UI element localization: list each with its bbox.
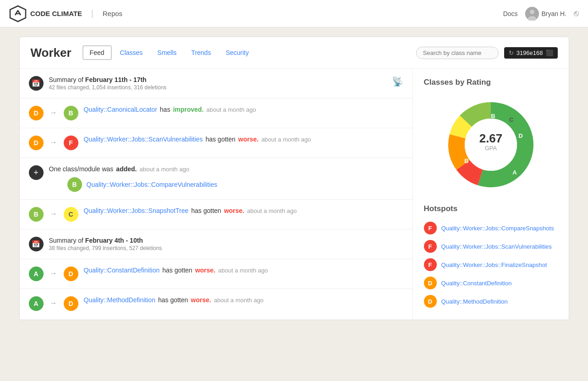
worse-label-1: worse.	[238, 136, 258, 143]
arrow-icon-4: →	[50, 269, 57, 278]
summary-prefix: Summary of	[49, 76, 85, 83]
signout-icon[interactable]: ⎋	[574, 9, 579, 18]
svg-text:C: C	[509, 116, 514, 123]
from-grade-d-2: D	[29, 136, 44, 150]
from-grade-b: B	[29, 207, 44, 222]
to-grade-d-1: D	[64, 267, 78, 281]
feed-item-constant-def: A → D Quality::ConstantDefinition has go…	[20, 259, 412, 289]
hotspot-grade-f-2: F	[424, 240, 437, 253]
rss-icon[interactable]: 📡	[392, 76, 403, 87]
class-link-scan-vuln[interactable]: Quality::Worker::Jobs::ScanVulnerabiliti…	[84, 136, 203, 143]
tab-classes[interactable]: Classes	[114, 46, 149, 59]
feed-item-scan-vuln: D → F Quality::Worker::Jobs::ScanVulnera…	[20, 128, 412, 158]
repos-link[interactable]: Repos	[103, 10, 122, 17]
svg-point-2	[530, 10, 534, 14]
to-grade-d-2: D	[64, 296, 78, 311]
time-ago-2: about a month ago	[261, 136, 311, 143]
hotspot-item-1: F Quality::Worker::Jobs::CompareSnapshot…	[424, 219, 558, 237]
has-text: has	[160, 106, 170, 113]
has-gotten-3: has gotten	[162, 267, 192, 274]
tab-security[interactable]: Security	[219, 46, 255, 59]
from-grade-d: D	[29, 106, 44, 120]
feed-item-summary-1: 📅 Summary of February 11th - 17th 42 fil…	[20, 69, 412, 98]
added-bold: added.	[116, 165, 137, 173]
svg-text:D: D	[518, 132, 522, 139]
one-class-text: One class/module was	[49, 165, 114, 173]
summary-date-1: February 11th - 17th	[85, 76, 147, 83]
user-label: Bryan H.	[542, 10, 566, 17]
summary-title-2: Summary of February 4th - 10th	[49, 237, 403, 244]
hotspot-item-3: F Quality::Worker::Jobs::FinalizeSnapsho…	[424, 256, 558, 274]
time-ago-6: about a month ago	[214, 297, 264, 304]
has-gotten-4: has gotten	[158, 296, 188, 304]
feed-section: 📅 Summary of February 11th - 17th 42 fil…	[20, 69, 413, 320]
feed-item-summary-2: 📅 Summary of February 4th - 10th 38 file…	[20, 229, 412, 259]
commit-hash: 3196e168	[517, 49, 543, 56]
feed-summary-content-2: Summary of February 4th - 10th 38 files …	[49, 237, 403, 251]
refresh-icon: ↻	[509, 49, 514, 56]
commit-badge-icon: ⬛	[546, 49, 553, 56]
worse-label-3: worse.	[195, 267, 215, 274]
hotspot-link-2[interactable]: Quality::Worker::Jobs::ScanVulnerabiliti…	[441, 243, 552, 250]
docs-link[interactable]: Docs	[503, 10, 518, 17]
summary-prefix-2: Summary of	[49, 237, 85, 244]
svg-text:2.67: 2.67	[479, 131, 502, 145]
feed-summary-content: Summary of February 11th - 17th 42 files…	[49, 76, 386, 91]
hotspot-grade-f-3: F	[424, 258, 437, 271]
svg-text:A: A	[512, 169, 517, 176]
repo-header: Worker Feed Classes Smells Trends Securi…	[20, 37, 569, 69]
svg-text:GPA: GPA	[484, 145, 497, 152]
child-grade-b: B	[67, 177, 82, 192]
class-link-snapshot-tree[interactable]: Quality::Worker::Jobs::SnapshotTree	[84, 207, 189, 214]
to-grade-b: B	[64, 106, 78, 120]
worse-label-2: worse.	[224, 207, 244, 214]
top-navigation: CODE CLIMATE | Repos Docs Bryan H. ⎋	[0, 0, 588, 27]
added-child-row: B Quality::Worker::Jobs::CompareVulnerab…	[49, 177, 403, 192]
repo-card: Worker Feed Classes Smells Trends Securi…	[19, 37, 569, 320]
tab-feed[interactable]: Feed	[82, 45, 112, 60]
summary-stats-2: 38 files changed, 799 insertions, 527 de…	[49, 245, 403, 251]
feed-row-content-3: Quality::Worker::Jobs::SnapshotTree has …	[84, 207, 403, 214]
class-link-compare-vuln[interactable]: Quality::Worker::Jobs::CompareVulnerabil…	[87, 181, 218, 188]
commit-badge[interactable]: ↻ 3196e168 ⬛	[504, 47, 558, 59]
from-grade-a-1: A	[29, 267, 44, 281]
hotspot-grade-f-1: F	[424, 222, 437, 234]
feed-row-5: Quality::ConstantDefinition has gotten w…	[84, 267, 403, 274]
class-link-canonical[interactable]: Quality::CanonicalLocator	[84, 106, 157, 113]
feed-item-canonical-locator: D → B Quality::CanonicalLocator has impr…	[20, 98, 412, 128]
topnav-right: Docs Bryan H. ⎋	[503, 7, 579, 21]
arrow-icon-2: →	[50, 138, 57, 147]
summary-date-2: February 4th - 10th	[85, 237, 143, 244]
classes-by-rating-title: Classes by Rating	[424, 78, 558, 87]
search-input[interactable]	[416, 47, 499, 59]
time-ago-4: about a month ago	[247, 207, 297, 214]
hotspot-link-3[interactable]: Quality::Worker::Jobs::FinalizeSnapshot	[441, 261, 547, 268]
class-link-method-def[interactable]: Quality::MethodDefinition	[84, 296, 155, 304]
hotspot-link-5[interactable]: Quality::MethodDefinition	[441, 298, 508, 305]
hotspot-link-1[interactable]: Quality::Worker::Jobs::CompareSnapshots	[441, 225, 554, 232]
time-ago-3: about a month ago	[139, 166, 189, 173]
summary-title-1: Summary of February 11th - 17th	[49, 76, 386, 83]
content-area: 📅 Summary of February 11th - 17th 42 fil…	[20, 69, 569, 320]
improved-label: improved.	[173, 106, 203, 113]
time-ago-5: about a month ago	[218, 267, 268, 274]
hotspot-grade-d-1: D	[424, 277, 437, 289]
class-link-constant-def[interactable]: Quality::ConstantDefinition	[84, 267, 160, 274]
hotspot-item-4: D Quality::ConstantDefinition	[424, 274, 558, 292]
user-menu[interactable]: Bryan H.	[525, 7, 566, 21]
hotspot-link-4[interactable]: Quality::ConstantDefinition	[441, 280, 512, 287]
arrow-icon-3: →	[50, 210, 57, 218]
arrow-icon: →	[50, 109, 57, 117]
has-gotten: has gotten	[205, 136, 235, 143]
tab-trends[interactable]: Trends	[185, 46, 217, 59]
feed-row-4: Quality::Worker::Jobs::SnapshotTree has …	[84, 207, 403, 214]
feed-row-content: Quality::CanonicalLocator has improved. …	[84, 106, 403, 113]
sidebar: Classes by Rating 2.67 GPA	[413, 69, 569, 320]
page-title: Worker	[31, 46, 71, 60]
header-right: ↻ 3196e168 ⬛	[416, 47, 558, 59]
has-gotten-2: has gotten	[191, 207, 221, 214]
logo[interactable]: CODE CLIMATE	[9, 5, 82, 22]
tab-smells[interactable]: Smells	[151, 46, 183, 59]
hotspot-item-2: F Quality::Worker::Jobs::ScanVulnerabili…	[424, 237, 558, 256]
worse-label-4: worse.	[191, 296, 211, 304]
